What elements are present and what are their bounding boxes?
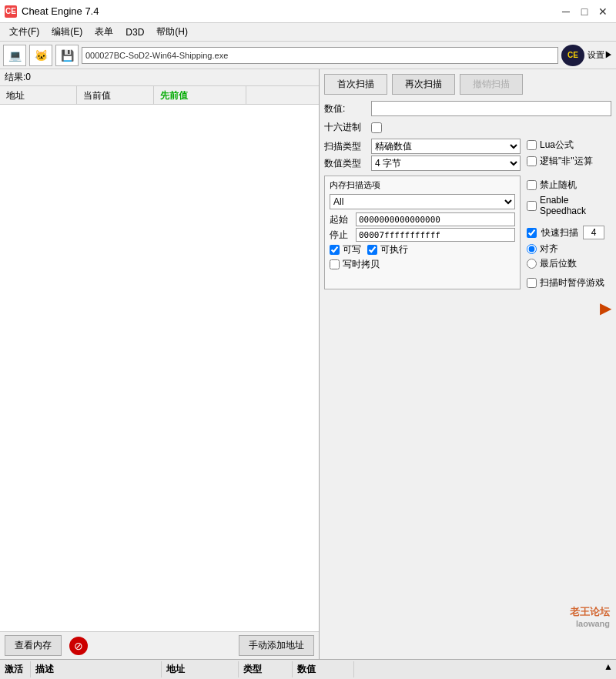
- ce-logo: CE: [561, 45, 584, 66]
- app-title: Cheat Engine 7.4: [22, 5, 99, 17]
- menu-edit[interactable]: 编辑(E): [45, 24, 89, 40]
- start-label: 起始: [330, 213, 353, 226]
- watermark-line1: 老王论坛: [570, 605, 610, 619]
- results-count: 结果:0: [5, 71, 31, 84]
- stop-label: 停止: [330, 229, 353, 242]
- side-options: Lua公式 逻辑"非"运算: [527, 139, 611, 172]
- scan-type-select[interactable]: 精确数值: [371, 139, 521, 154]
- speedhack-row: Enable Speedhack: [527, 195, 611, 216]
- left-panel: 结果:0 地址 当前值 先前值 查看内存 ⊘ 手动添加地址: [0, 69, 320, 659]
- start-addr-input[interactable]: [356, 212, 515, 226]
- no-random-checkbox[interactable]: [527, 180, 537, 190]
- scan-type-left: 扫描类型 精确数值 数值类型 4 字节: [324, 139, 521, 172]
- fast-scan-area: 快速扫描 对齐 最后位数: [527, 226, 611, 270]
- menubar: 文件(F) 编辑(E) 表单 D3D 帮助(H): [0, 23, 616, 42]
- view-memory-button[interactable]: 查看内存: [5, 635, 62, 656]
- title-left: CE Cheat Engine 7.4: [5, 5, 99, 18]
- executable-label: 可执行: [380, 243, 408, 256]
- minimize-button[interactable]: ─: [557, 3, 574, 20]
- ct-col-header-active: 激活: [0, 661, 31, 677]
- data-type-label: 数值类型: [324, 157, 367, 170]
- last-digit-radio[interactable]: [527, 259, 537, 269]
- executable-opt: 可执行: [367, 243, 408, 256]
- toolbar-btn-2[interactable]: 💾: [55, 45, 79, 66]
- fast-scan-label: 快速扫描: [541, 226, 578, 239]
- results-label: 结果:0: [0, 69, 319, 86]
- memory-region-select[interactable]: All: [330, 194, 515, 209]
- arrow-area: ▶: [324, 296, 611, 317]
- toolbar-btn-1[interactable]: 🐱: [29, 45, 52, 66]
- copy-on-write-checkbox[interactable]: [330, 259, 340, 269]
- title-bar: CE Cheat Engine 7.4 ─ □ ✕: [0, 0, 616, 23]
- menu-d3d[interactable]: D3D: [119, 25, 150, 39]
- writable-checkbox[interactable]: [330, 245, 340, 255]
- hex-row: 十六进制: [324, 121, 611, 134]
- hex-label: 十六进制: [324, 121, 367, 134]
- process-name: 000027BC-SoD2-Win64-Shipping.exe: [85, 51, 228, 60]
- lua-checkbox[interactable]: [527, 140, 537, 150]
- menu-file[interactable]: 文件(F): [3, 24, 45, 40]
- lua-option-row: Lua公式: [527, 139, 611, 152]
- lua-label: Lua公式: [540, 139, 574, 152]
- settings-label[interactable]: 设置▶: [588, 49, 613, 61]
- data-type-select[interactable]: 4 字节: [371, 156, 521, 171]
- stop-addr-input[interactable]: [356, 228, 515, 242]
- col-header-address: 地址: [0, 86, 77, 104]
- ct-col-header-type: 类型: [239, 661, 293, 677]
- not-op-checkbox[interactable]: [527, 156, 537, 166]
- fast-scan-input[interactable]: [583, 226, 604, 239]
- copy-on-write-label: 写时拷贝: [343, 258, 380, 271]
- col-header-current: 当前值: [77, 86, 154, 104]
- radios-group: 对齐 最后位数: [527, 242, 611, 270]
- close-button[interactable]: ✕: [594, 3, 611, 20]
- results-header: 地址 当前值 先前值: [0, 86, 319, 105]
- writable-opt: 可写: [330, 243, 361, 256]
- last-digit-radio-row: 最后位数: [527, 257, 611, 270]
- start-addr-row: 起始: [330, 212, 515, 226]
- scan-type-area: 扫描类型 精确数值 数值类型 4 字节 Lua公式: [324, 139, 611, 172]
- arrow-icon[interactable]: ▶: [600, 299, 611, 317]
- fast-scan-checkbox[interactable]: [527, 228, 537, 238]
- pause-game-row: 扫描时暂停游戏: [527, 276, 611, 289]
- not-op-row: 逻辑"非"运算: [527, 155, 611, 168]
- last-digit-label: 最后位数: [540, 257, 577, 270]
- title-controls: ─ □ ✕: [557, 3, 611, 20]
- undo-scan-button[interactable]: 撤销扫描: [460, 74, 523, 95]
- speedhack-checkbox[interactable]: [527, 201, 537, 211]
- fast-scan-row: 快速扫描: [527, 226, 611, 239]
- menu-help[interactable]: 帮助(H): [150, 24, 194, 40]
- results-list[interactable]: [0, 105, 319, 631]
- app-icon: CE: [5, 5, 17, 18]
- first-scan-button[interactable]: 首次扫描: [324, 74, 387, 95]
- cow-opt: 写时拷贝: [330, 258, 515, 271]
- pause-game-checkbox[interactable]: [527, 278, 537, 288]
- maximize-button[interactable]: □: [576, 3, 593, 20]
- scan-type-row: 扫描类型 精确数值: [324, 139, 521, 154]
- scan-buttons-row: 首次扫描 再次扫描 撤销扫描: [324, 74, 611, 95]
- scan-type-label: 扫描类型: [324, 140, 367, 153]
- menu-table[interactable]: 表单: [89, 24, 119, 40]
- value-input[interactable]: [371, 101, 611, 116]
- stop-addr-row: 停止: [330, 228, 515, 242]
- cheat-table-container[interactable]: 激活 描述 地址 类型 数值 ▲ 点击启动 <脚本> ▼ 同伴（里面需要再次打开…: [0, 659, 616, 679]
- align-label: 对齐: [540, 242, 558, 256]
- watermark: 老王论坛 laowang: [570, 605, 610, 628]
- ct-col-header-addr: 地址: [162, 661, 239, 677]
- next-scan-button[interactable]: 再次扫描: [392, 74, 455, 95]
- col-header-previous: 先前值: [154, 86, 246, 104]
- align-radio[interactable]: [527, 244, 537, 254]
- memory-options-row: 可写 可执行: [330, 243, 515, 256]
- no-icon[interactable]: ⊘: [69, 637, 88, 655]
- ct-col-header-desc: 描述: [31, 661, 162, 677]
- watermark-line2: laowang: [570, 619, 610, 628]
- hex-checkbox[interactable]: [371, 122, 382, 133]
- manual-add-button[interactable]: 手动添加地址: [239, 635, 314, 656]
- process-address-bar: 000027BC-SoD2-Win64-Shipping.exe: [82, 47, 558, 64]
- ct-col-header-val: 数值: [293, 661, 354, 677]
- memory-area: 内存扫描选项 All 起始 停止 可写: [324, 176, 611, 289]
- pause-game-label: 扫描时暂停游戏: [540, 276, 604, 289]
- toolbar-btn-0[interactable]: 💻: [3, 45, 26, 66]
- not-op-label: 逻辑"非"运算: [540, 155, 593, 168]
- executable-checkbox[interactable]: [367, 245, 377, 255]
- scroll-up-icon[interactable]: ▲: [604, 661, 616, 672]
